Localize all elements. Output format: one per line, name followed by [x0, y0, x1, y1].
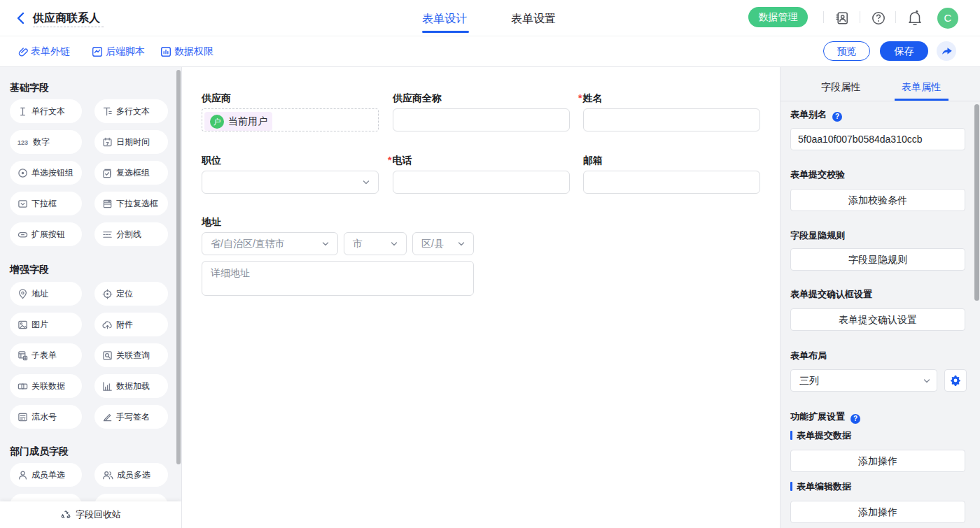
svg-text:123: 123: [18, 139, 28, 146]
